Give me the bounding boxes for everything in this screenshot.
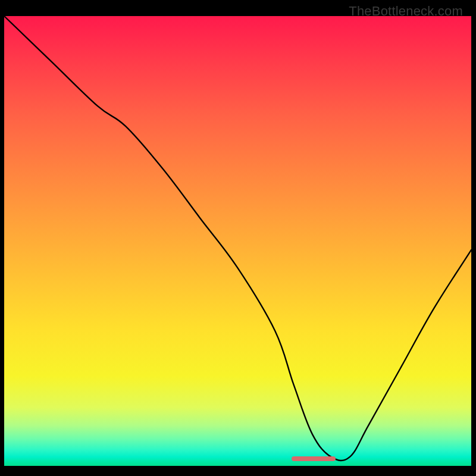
- bottleneck-curve: [4, 16, 471, 466]
- watermark-text: TheBottleneck.com: [349, 4, 463, 19]
- optimum-range-marker: [292, 456, 336, 461]
- plot-area: [4, 16, 471, 466]
- curve-path: [4, 16, 471, 461]
